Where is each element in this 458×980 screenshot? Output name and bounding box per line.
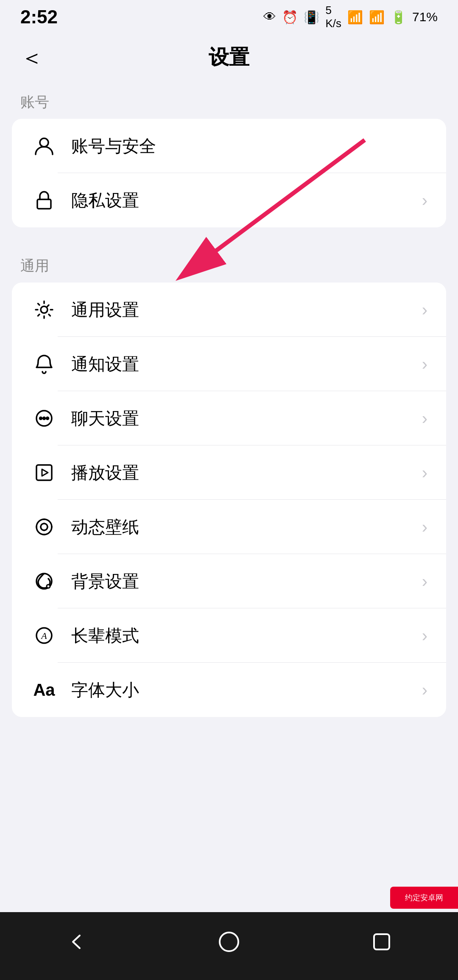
vibrate-icon: 📳 xyxy=(304,10,319,25)
general-card: 通用设置 › 通知设置 › 聊天设置 › xyxy=(12,283,446,717)
menu-item-chat[interactable]: 聊天设置 › xyxy=(12,391,446,445)
menu-item-general[interactable]: 通用设置 › xyxy=(12,283,446,337)
chevron-icon-playback: › xyxy=(422,463,427,482)
svg-point-24 xyxy=(220,932,238,951)
chevron-icon-general: › xyxy=(422,300,427,319)
status-time: 2:52 xyxy=(20,6,58,28)
battery-icon: 🔋 xyxy=(391,10,406,25)
menu-item-account-security[interactable]: 账号与安全 xyxy=(12,119,446,173)
person-icon xyxy=(31,132,58,160)
svg-point-11 xyxy=(43,534,45,535)
nav-back-button[interactable] xyxy=(55,921,98,963)
status-icons: 👁 ⏰ 📳 5K/s 📶 📶 🔋 71% xyxy=(263,4,438,30)
back-button[interactable]: ＜ xyxy=(20,46,43,69)
svg-point-8 xyxy=(36,519,52,535)
menu-text-chat: 聊天设置 xyxy=(71,407,422,430)
svg-text:A: A xyxy=(40,630,47,641)
chevron-icon-wallpaper: › xyxy=(422,518,427,537)
svg-point-19 xyxy=(47,585,50,588)
menu-text-account-security: 账号与安全 xyxy=(71,134,427,158)
play-icon xyxy=(31,459,58,486)
lock-icon xyxy=(31,187,58,214)
svg-rect-25 xyxy=(374,934,389,949)
status-bar: 2:52 👁 ⏰ 📳 5K/s 📶 📶 🔋 71% xyxy=(0,0,458,34)
signal-text: 5K/s xyxy=(325,4,341,30)
svg-point-6 xyxy=(47,417,49,420)
menu-text-notification: 通知设置 xyxy=(71,353,422,376)
bell-icon xyxy=(31,350,58,378)
svg-rect-7 xyxy=(36,465,52,480)
menu-text-background: 背景设置 xyxy=(71,570,422,593)
palette-icon xyxy=(31,568,58,595)
menu-text-fontsize: 字体大小 xyxy=(71,678,422,702)
menu-item-notification[interactable]: 通知设置 › xyxy=(12,337,446,391)
menu-item-wallpaper[interactable]: 动态壁纸 › xyxy=(12,500,446,554)
chevron-icon-notification: › xyxy=(422,355,427,374)
menu-text-parental: 长辈模式 xyxy=(71,624,422,647)
svg-point-13 xyxy=(51,526,53,528)
section-label-account: 账号 xyxy=(0,81,458,119)
svg-point-9 xyxy=(41,524,47,530)
alarm-icon: ⏰ xyxy=(282,10,298,25)
menu-item-playback[interactable]: 播放设置 › xyxy=(12,445,446,500)
aa-text: Aa xyxy=(33,680,55,700)
watermark-text: 约定安卓网 xyxy=(405,893,443,903)
svg-point-5 xyxy=(43,417,45,420)
menu-item-parental[interactable]: A 长辈模式 › xyxy=(12,608,446,663)
shield-icon: A xyxy=(31,622,58,649)
menu-text-playback: 播放设置 xyxy=(71,461,422,484)
chat-icon xyxy=(31,405,58,432)
svg-point-4 xyxy=(40,417,42,420)
bottom-nav xyxy=(0,912,458,980)
wifi-icon: 📶 xyxy=(347,10,363,25)
svg-point-0 xyxy=(40,138,48,147)
svg-point-10 xyxy=(43,518,45,520)
menu-item-background[interactable]: 背景设置 › xyxy=(12,554,446,608)
svg-rect-1 xyxy=(37,199,51,209)
chevron-icon-privacy: › xyxy=(422,191,427,210)
aa-icon: Aa xyxy=(31,676,58,703)
page-title: 设置 xyxy=(209,44,249,71)
menu-item-fontsize[interactable]: Aa 字体大小 › xyxy=(12,663,446,717)
svg-point-14 xyxy=(43,523,45,524)
account-card: 账号与安全 隐私设置 › xyxy=(12,119,446,227)
battery-level: 71% xyxy=(412,10,438,24)
menu-text-privacy: 隐私设置 xyxy=(71,189,422,212)
wallpaper-icon xyxy=(31,513,58,540)
section-label-general: 通用 xyxy=(0,244,458,283)
svg-point-17 xyxy=(47,526,48,528)
cellular-icon: 📶 xyxy=(369,10,385,25)
watermark: 约定安卓网 xyxy=(390,887,458,909)
page-header: ＜ 设置 xyxy=(0,34,458,81)
gear-icon xyxy=(31,296,58,323)
eye-icon: 👁 xyxy=(263,10,276,24)
svg-point-15 xyxy=(43,529,45,531)
chevron-icon-chat: › xyxy=(422,409,427,428)
chevron-icon-background: › xyxy=(422,572,427,591)
nav-home-button[interactable] xyxy=(208,921,250,963)
menu-text-general: 通用设置 xyxy=(71,298,422,322)
chevron-icon-fontsize: › xyxy=(422,680,427,700)
nav-recent-button[interactable] xyxy=(360,921,403,963)
menu-text-wallpaper: 动态壁纸 xyxy=(71,515,422,539)
svg-point-16 xyxy=(40,526,42,528)
svg-point-2 xyxy=(41,306,47,313)
chevron-icon-parental: › xyxy=(422,626,427,645)
svg-point-12 xyxy=(36,526,37,528)
menu-item-privacy[interactable]: 隐私设置 › xyxy=(12,173,446,227)
